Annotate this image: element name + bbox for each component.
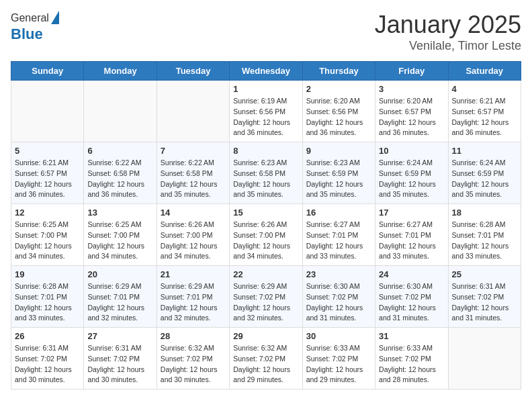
day-number: 9 [306, 146, 371, 156]
calendar-cell: 29Sunrise: 6:32 AMSunset: 7:02 PMDayligh… [230, 328, 302, 390]
calendar-cell [157, 81, 229, 142]
day-number: 18 [452, 208, 517, 218]
day-info: Sunrise: 6:20 AMSunset: 6:57 PMDaylight:… [379, 96, 444, 138]
day-number: 21 [161, 269, 226, 279]
day-number: 2 [306, 84, 371, 94]
calendar-cell: 17Sunrise: 6:27 AMSunset: 7:01 PMDayligh… [375, 204, 448, 266]
day-number: 1 [233, 84, 298, 94]
calendar-cell: 13Sunrise: 6:25 AMSunset: 7:00 PMDayligh… [84, 204, 157, 266]
calendar-cell: 16Sunrise: 6:27 AMSunset: 7:01 PMDayligh… [302, 204, 375, 266]
day-number: 14 [161, 208, 226, 218]
logo: General Blue [11, 11, 59, 43]
day-info: Sunrise: 6:27 AMSunset: 7:01 PMDaylight:… [379, 220, 444, 262]
calendar-cell [448, 328, 521, 390]
calendar-week-row: 19Sunrise: 6:28 AMSunset: 7:01 PMDayligh… [11, 266, 521, 328]
day-info: Sunrise: 6:23 AMSunset: 6:59 PMDaylight:… [306, 158, 371, 200]
calendar-week-row: 5Sunrise: 6:21 AMSunset: 6:57 PMDaylight… [11, 142, 521, 204]
calendar-cell: 24Sunrise: 6:30 AMSunset: 7:02 PMDayligh… [375, 266, 448, 328]
calendar-cell: 7Sunrise: 6:22 AMSunset: 6:58 PMDaylight… [157, 142, 229, 204]
day-info: Sunrise: 6:24 AMSunset: 6:59 PMDaylight:… [379, 158, 444, 200]
day-info: Sunrise: 6:25 AMSunset: 7:00 PMDaylight:… [15, 220, 80, 262]
day-number: 22 [233, 269, 298, 279]
day-info: Sunrise: 6:27 AMSunset: 7:01 PMDaylight:… [306, 220, 371, 262]
day-number: 11 [452, 146, 517, 156]
calendar-cell: 21Sunrise: 6:29 AMSunset: 7:01 PMDayligh… [157, 266, 229, 328]
weekday-header-wednesday: Wednesday [230, 62, 302, 81]
calendar-cell: 14Sunrise: 6:26 AMSunset: 7:00 PMDayligh… [157, 204, 229, 266]
day-number: 13 [87, 208, 152, 218]
day-number: 16 [306, 208, 371, 218]
calendar-cell: 28Sunrise: 6:32 AMSunset: 7:02 PMDayligh… [157, 328, 229, 390]
day-info: Sunrise: 6:28 AMSunset: 7:01 PMDaylight:… [452, 220, 517, 262]
day-number: 4 [452, 84, 517, 94]
day-number: 8 [233, 146, 298, 156]
calendar-cell: 4Sunrise: 6:21 AMSunset: 6:57 PMDaylight… [448, 81, 521, 142]
day-number: 23 [306, 269, 371, 279]
calendar-cell: 3Sunrise: 6:20 AMSunset: 6:57 PMDaylight… [375, 81, 448, 142]
calendar-cell: 26Sunrise: 6:31 AMSunset: 7:02 PMDayligh… [11, 328, 84, 390]
day-info: Sunrise: 6:25 AMSunset: 7:00 PMDaylight:… [87, 220, 152, 262]
day-info: Sunrise: 6:30 AMSunset: 7:02 PMDaylight:… [306, 281, 371, 324]
day-info: Sunrise: 6:26 AMSunset: 7:00 PMDaylight:… [161, 220, 226, 262]
day-info: Sunrise: 6:31 AMSunset: 7:02 PMDaylight:… [452, 281, 517, 324]
calendar-week-row: 1Sunrise: 6:19 AMSunset: 6:56 PMDaylight… [11, 81, 521, 142]
calendar-cell: 6Sunrise: 6:22 AMSunset: 6:58 PMDaylight… [84, 142, 157, 204]
day-info: Sunrise: 6:32 AMSunset: 7:02 PMDaylight:… [233, 343, 298, 385]
calendar-week-row: 12Sunrise: 6:25 AMSunset: 7:00 PMDayligh… [11, 204, 521, 266]
title-block: January 2025 Venilale, Timor Leste [375, 11, 521, 53]
calendar-cell [84, 81, 157, 142]
day-info: Sunrise: 6:21 AMSunset: 6:57 PMDaylight:… [452, 96, 517, 138]
weekday-header-saturday: Saturday [448, 62, 521, 81]
weekday-header-monday: Monday [84, 62, 157, 81]
calendar-cell: 18Sunrise: 6:28 AMSunset: 7:01 PMDayligh… [448, 204, 521, 266]
calendar-table: SundayMondayTuesdayWednesdayThursdayFrid… [11, 61, 521, 390]
day-number: 15 [233, 208, 298, 218]
calendar-cell: 11Sunrise: 6:24 AMSunset: 6:59 PMDayligh… [448, 142, 521, 204]
day-number: 26 [15, 331, 80, 341]
calendar-title: January 2025 [375, 11, 521, 39]
calendar-cell: 15Sunrise: 6:26 AMSunset: 7:00 PMDayligh… [230, 204, 302, 266]
day-info: Sunrise: 6:22 AMSunset: 6:58 PMDaylight:… [161, 158, 226, 200]
logo-general-text: General [11, 12, 49, 24]
logo-blue-text: Blue [11, 26, 59, 43]
day-number: 29 [233, 331, 298, 341]
calendar-cell [11, 81, 84, 142]
day-info: Sunrise: 6:33 AMSunset: 7:02 PMDaylight:… [379, 343, 444, 385]
calendar-cell: 8Sunrise: 6:23 AMSunset: 6:58 PMDaylight… [230, 142, 302, 204]
calendar-cell: 31Sunrise: 6:33 AMSunset: 7:02 PMDayligh… [375, 328, 448, 390]
day-number: 17 [379, 208, 444, 218]
calendar-cell: 2Sunrise: 6:20 AMSunset: 6:56 PMDaylight… [302, 81, 375, 142]
calendar-cell: 9Sunrise: 6:23 AMSunset: 6:59 PMDaylight… [302, 142, 375, 204]
calendar-cell: 19Sunrise: 6:28 AMSunset: 7:01 PMDayligh… [11, 266, 84, 328]
day-info: Sunrise: 6:24 AMSunset: 6:59 PMDaylight:… [452, 158, 517, 200]
calendar-cell: 20Sunrise: 6:29 AMSunset: 7:01 PMDayligh… [84, 266, 157, 328]
calendar-cell: 25Sunrise: 6:31 AMSunset: 7:02 PMDayligh… [448, 266, 521, 328]
weekday-header-tuesday: Tuesday [157, 62, 229, 81]
calendar-week-row: 26Sunrise: 6:31 AMSunset: 7:02 PMDayligh… [11, 328, 521, 390]
day-number: 7 [161, 146, 226, 156]
day-number: 3 [379, 84, 444, 94]
day-number: 25 [452, 269, 517, 279]
day-info: Sunrise: 6:19 AMSunset: 6:56 PMDaylight:… [233, 96, 298, 138]
day-info: Sunrise: 6:28 AMSunset: 7:01 PMDaylight:… [15, 281, 80, 324]
day-info: Sunrise: 6:31 AMSunset: 7:02 PMDaylight:… [87, 343, 152, 385]
day-number: 28 [161, 331, 226, 341]
weekday-header-thursday: Thursday [302, 62, 375, 81]
day-info: Sunrise: 6:33 AMSunset: 7:02 PMDaylight:… [306, 343, 371, 385]
calendar-cell: 12Sunrise: 6:25 AMSunset: 7:00 PMDayligh… [11, 204, 84, 266]
page-header: General Blue January 2025 Venilale, Timo… [11, 11, 521, 53]
weekday-header-row: SundayMondayTuesdayWednesdayThursdayFrid… [11, 62, 521, 81]
day-number: 20 [87, 269, 152, 279]
day-info: Sunrise: 6:30 AMSunset: 7:02 PMDaylight:… [379, 281, 444, 324]
calendar-cell: 1Sunrise: 6:19 AMSunset: 6:56 PMDaylight… [230, 81, 302, 142]
calendar-cell: 5Sunrise: 6:21 AMSunset: 6:57 PMDaylight… [11, 142, 84, 204]
day-info: Sunrise: 6:29 AMSunset: 7:02 PMDaylight:… [233, 281, 298, 324]
day-info: Sunrise: 6:23 AMSunset: 6:58 PMDaylight:… [233, 158, 298, 200]
weekday-header-sunday: Sunday [11, 62, 84, 81]
calendar-cell: 22Sunrise: 6:29 AMSunset: 7:02 PMDayligh… [230, 266, 302, 328]
day-info: Sunrise: 6:31 AMSunset: 7:02 PMDaylight:… [15, 343, 80, 385]
day-number: 10 [379, 146, 444, 156]
calendar-cell: 30Sunrise: 6:33 AMSunset: 7:02 PMDayligh… [302, 328, 375, 390]
calendar-cell: 23Sunrise: 6:30 AMSunset: 7:02 PMDayligh… [302, 266, 375, 328]
day-info: Sunrise: 6:26 AMSunset: 7:00 PMDaylight:… [233, 220, 298, 262]
